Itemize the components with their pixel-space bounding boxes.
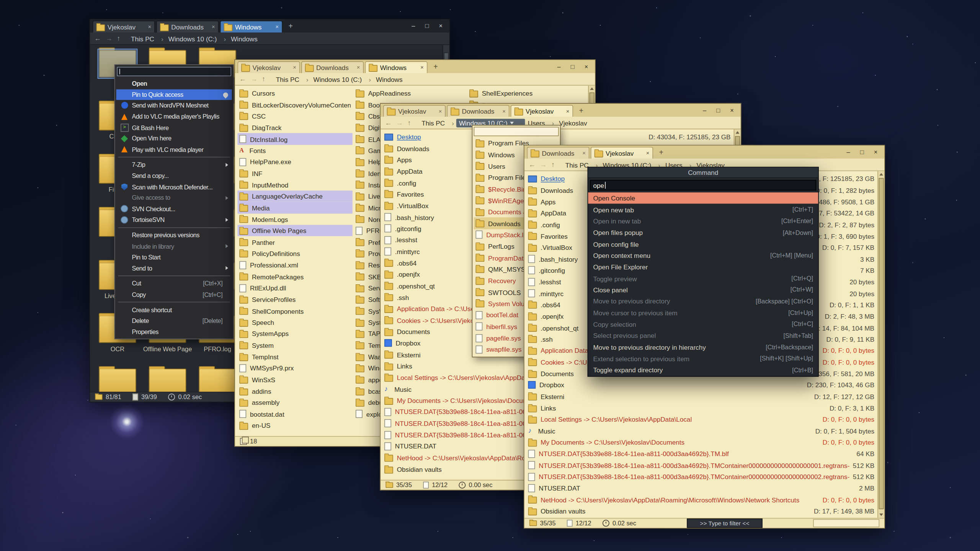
close-button[interactable] <box>439 23 443 29</box>
file-row[interactable]: Local Settings -> C:\Users\Vjekoslav\App… <box>526 414 877 425</box>
close-button[interactable] <box>585 63 588 70</box>
command-item[interactable]: Toggle preview[Ctrl+Q] <box>588 272 818 284</box>
command-item[interactable]: Open config file <box>588 238 818 250</box>
file-row[interactable]: WMSysPr9.prx <box>237 362 352 374</box>
titlebar[interactable]: VjekoslavDownloadsWindows <box>235 60 595 73</box>
file-row[interactable]: MusicD: 0, F: 1, 504 bytes <box>526 425 877 437</box>
file-row[interactable]: NTUSER.DAT2 MB <box>526 483 877 494</box>
menu-item[interactable]: Give access to <box>116 192 232 204</box>
scroll-up-icon[interactable] <box>878 171 884 177</box>
file-row[interactable]: LanguageOverlayCache <box>237 191 352 202</box>
menu-item[interactable]: Properties <box>116 326 232 337</box>
minimize-button[interactable] <box>703 107 706 114</box>
up-button[interactable] <box>407 119 411 126</box>
file-row[interactable]: assembly <box>237 397 352 408</box>
menu-item[interactable] <box>118 276 230 276</box>
new-tab-button[interactable] <box>656 148 666 156</box>
new-tab-button[interactable] <box>576 106 586 115</box>
command-item[interactable]: Close panel[Ctrl+W] <box>588 284 818 295</box>
maximize-button[interactable] <box>425 23 429 29</box>
breadcrumb-item[interactable]: Windows <box>373 75 405 83</box>
filter-input[interactable]: >> Type to filter << <box>687 518 763 528</box>
tab-close-icon[interactable] <box>148 24 152 30</box>
tab[interactable]: Windows <box>365 61 427 73</box>
menu-item[interactable] <box>118 302 230 303</box>
tab-close-icon[interactable] <box>276 24 279 30</box>
tab-close-icon[interactable] <box>212 24 215 30</box>
file-row[interactable]: BitLockerDiscoveryVolumeContents <box>237 99 352 111</box>
up-button[interactable] <box>117 35 120 42</box>
minimize-button[interactable] <box>847 149 850 156</box>
command-item[interactable]: Open in new tab[Ctrl+Enter] <box>588 215 818 227</box>
file-row[interactable]: NTUSER.DAT{53b39e88-18c4-11ea-a811-000d3… <box>526 460 877 471</box>
menu-item[interactable]: 7-Zip <box>116 160 232 171</box>
minimize-button[interactable] <box>412 23 415 29</box>
breadcrumb-item[interactable]: Windows <box>229 34 260 43</box>
tab[interactable]: Vjekoslav <box>591 147 653 159</box>
menu-item[interactable]: Scan with Microsoft Defender... <box>116 181 232 192</box>
new-tab-button[interactable] <box>286 21 296 30</box>
file-row[interactable]: AppReadiness <box>354 88 469 99</box>
file-row[interactable]: ServiceProfiles <box>237 294 352 305</box>
file-row[interactable]: addins <box>237 385 352 397</box>
tab-close-icon[interactable] <box>502 108 506 114</box>
tab[interactable]: Vjekoslav <box>93 21 155 33</box>
tab-close-icon[interactable] <box>357 64 360 70</box>
command-item[interactable]: Select previous panel[Shift+Tab] <box>588 330 818 341</box>
file-row[interactable]: TempInst <box>237 351 352 362</box>
tab[interactable]: Downloads <box>447 105 509 117</box>
menu-item[interactable]: Create shortcut <box>116 305 232 316</box>
tab[interactable]: Downloads <box>301 61 364 73</box>
file-row[interactable]: My Documents -> C:\Users\Vjekoslav\Docum… <box>526 437 877 448</box>
back-button[interactable] <box>385 119 392 126</box>
file-row[interactable]: PolicyDefinitions <box>237 248 352 259</box>
tab-close-icon[interactable] <box>646 150 650 156</box>
menu-item[interactable]: Include in library <box>116 241 232 252</box>
menu-item[interactable]: Send to <box>116 263 232 274</box>
breadcrumb-item[interactable]: This PC <box>419 118 457 127</box>
file-row[interactable]: ShellExperiences <box>467 88 582 99</box>
menu-item[interactable]: Cut[Ctrl+X] <box>116 278 232 289</box>
breadcrumb-item[interactable]: This PC <box>129 34 166 43</box>
command-item[interactable]: Open context menu[Ctrl+M] [Menu] <box>588 250 818 261</box>
file-row[interactable]: System <box>237 339 352 351</box>
tab-close-icon[interactable] <box>566 108 570 114</box>
file-row[interactable]: CSC <box>237 110 352 122</box>
menu-item[interactable]: Delete[Delete] <box>116 315 232 326</box>
breadcrumb-item[interactable]: Windows 10 (C:) <box>166 34 228 43</box>
menu-item[interactable]: Open <box>116 78 232 89</box>
menu-item[interactable] <box>118 227 230 228</box>
file-row[interactable]: RemotePackages <box>237 271 352 282</box>
tab-close-icon[interactable] <box>439 108 442 114</box>
command-item[interactable]: Open File Explorer <box>588 261 818 273</box>
forward-button[interactable] <box>251 76 258 83</box>
titlebar[interactable]: VjekoslavDownloadsWindows <box>90 20 449 33</box>
command-item[interactable]: Copy selection[Ctrl+C] <box>588 318 818 330</box>
scrollbar[interactable] <box>877 171 884 518</box>
tab[interactable]: Downloads <box>527 147 589 159</box>
file-row[interactable]: Cursors <box>237 88 352 99</box>
scrollbar-thumb[interactable] <box>879 178 884 509</box>
menu-item[interactable]: SVN Checkout... <box>116 203 232 214</box>
file-row[interactable]: en-US <box>237 420 352 431</box>
file-row[interactable]: NetHood -> C:\Users\Vjekoslav\AppData\Ro… <box>526 494 877 505</box>
file-row[interactable]: RtlExUpd.dll <box>237 282 352 294</box>
up-button[interactable] <box>262 76 265 83</box>
file-row[interactable]: SystemApps <box>237 328 352 339</box>
tab[interactable]: Windows <box>220 21 283 33</box>
menu-item[interactable]: Restore previous versions <box>116 230 232 241</box>
tab[interactable]: Vjekoslav <box>237 61 300 73</box>
file-row[interactable]: Speech <box>237 317 352 328</box>
rename-input[interactable] <box>117 67 231 76</box>
tab-close-icon[interactable] <box>582 150 586 156</box>
command-item[interactable]: Open Console <box>588 192 818 204</box>
breadcrumb-item[interactable]: Windows 10 (C:) <box>311 75 373 83</box>
scroll-up-icon[interactable] <box>734 129 740 135</box>
back-button[interactable] <box>239 76 246 83</box>
scroll-up-icon[interactable] <box>589 86 595 92</box>
titlebar[interactable]: VjekoslavDownloadsVjekoslav <box>381 104 740 117</box>
file-row[interactable]: DtcInstall.log <box>237 133 352 145</box>
forward-button[interactable] <box>396 119 403 126</box>
file-row[interactable]: LinksD: 0, F: 3, 1 KB <box>526 402 877 414</box>
titlebar[interactable]: DownloadsVjekoslav <box>524 145 884 158</box>
